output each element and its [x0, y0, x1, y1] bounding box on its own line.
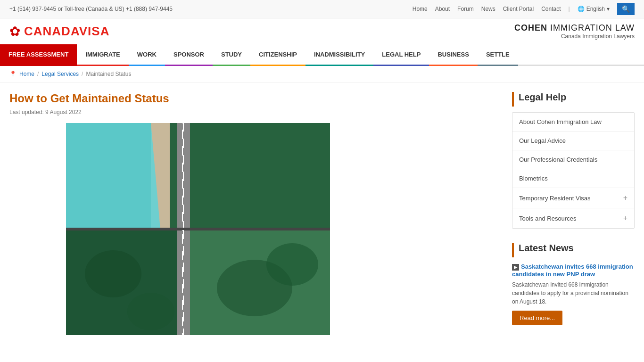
news-excerpt: Saskatchewan invited 668 immigration can… — [512, 280, 635, 306]
logo-visa: VISA — [79, 24, 110, 38]
sidebar-item-legal-advice-label: Our Legal Advice — [519, 137, 566, 144]
nav-citizenship[interactable]: CITIZENSHIP — [250, 44, 305, 66]
top-bar: +1 (514) 937-9445 or Toll-free (Canada &… — [0, 0, 644, 18]
language-selector[interactable]: 🌐 English ▾ — [578, 6, 610, 12]
news-item-1: ▶Saskatchewan invites 668 immigration ca… — [512, 263, 635, 325]
last-updated: Last updated: 9 August 2022 — [9, 109, 501, 115]
chevron-down-icon: ▾ — [607, 6, 610, 12]
cohen-title: COHEN IMMIGRATION LAW — [514, 23, 635, 33]
nav-sponsor[interactable]: SPONSOR — [165, 44, 213, 66]
plus-icon-tools: + — [623, 214, 627, 222]
top-nav: Home About Forum News Client Portal Cont… — [413, 3, 635, 15]
phone-text: +1 (514) 937-9445 or Toll-free (Canada &… — [9, 6, 173, 12]
aerial-image-svg — [66, 123, 330, 335]
page-title: How to Get Maintained Status — [9, 92, 501, 105]
news-headline-text: Saskatchewan invites 668 immigration can… — [512, 263, 633, 278]
main-content: How to Get Maintained Status Last update… — [9, 92, 501, 339]
news-icon: ▶ — [512, 264, 519, 271]
language-label: English — [586, 6, 605, 12]
globe-icon: 🌐 — [578, 6, 585, 12]
phone-info: +1 (514) 937-9445 or Toll-free (Canada &… — [9, 6, 173, 12]
breadcrumb: 📍 Home / Legal Services / Maintained Sta… — [0, 66, 644, 82]
svg-point-16 — [266, 243, 318, 286]
svg-point-15 — [127, 293, 174, 330]
sidebar-item-credentials[interactable]: Our Professional Credentials — [512, 150, 634, 169]
breadcrumb-current: Maintained Status — [86, 71, 131, 77]
svg-point-13 — [85, 250, 141, 297]
sidebar-latest-news: Latest News ▶Saskatchewan invites 668 im… — [512, 243, 635, 325]
article-image — [66, 123, 330, 335]
sidebar-legal-help: Legal Help About Cohen Immigration Law O… — [512, 92, 635, 229]
nav-news[interactable]: News — [481, 6, 495, 12]
search-button[interactable]: 🔍 — [617, 3, 635, 15]
read-more-button[interactable]: Read more... — [512, 311, 562, 325]
svg-rect-1 — [66, 123, 151, 229]
sidebar-item-legal-advice[interactable]: Our Legal Advice — [512, 132, 634, 150]
sidebar-item-biometrics-label: Biometrics — [519, 175, 548, 182]
sidebar-item-about-cohen-label: About Cohen Immigration Law — [519, 118, 602, 125]
site-header: ✿ CANADAVISA COHEN IMMIGRATION LAW Canad… — [0, 18, 644, 44]
location-icon: 📍 — [9, 71, 17, 77]
sidebar-menu: About Cohen Immigration Law Our Legal Ad… — [512, 112, 635, 229]
sidebar-legal-help-title: Legal Help — [512, 92, 635, 107]
maple-leaf-icon: ✿ — [9, 24, 20, 39]
nav-work[interactable]: WORK — [129, 44, 165, 66]
news-headline[interactable]: ▶Saskatchewan invites 668 immigration ca… — [512, 263, 635, 278]
main-navigation: FREE ASSESSMENT IMMIGRATE WORK SPONSOR S… — [0, 44, 644, 66]
nav-free-assessment[interactable]: FREE ASSESSMENT — [0, 44, 77, 66]
breadcrumb-legal-services[interactable]: Legal Services — [41, 71, 79, 77]
divider: | — [569, 6, 570, 12]
plus-icon-temporary-resident: + — [623, 194, 627, 202]
sidebar-item-credentials-label: Our Professional Credentials — [519, 156, 597, 163]
nav-client-portal[interactable]: Client Portal — [503, 6, 534, 12]
nav-contact[interactable]: Contact — [541, 6, 561, 12]
sidebar-item-temporary-resident-label: Temporary Resident Visas — [519, 195, 591, 202]
nav-forum[interactable]: Forum — [457, 6, 474, 12]
sidebar-item-biometrics[interactable]: Biometrics — [512, 169, 634, 188]
sidebar: Legal Help About Cohen Immigration Law O… — [512, 92, 635, 339]
cohen-branding: COHEN IMMIGRATION LAW Canada Immigration… — [514, 23, 635, 40]
cohen-subtitle: Canada Immigration Lawyers — [514, 33, 635, 40]
content-wrapper: How to Get Maintained Status Last update… — [0, 82, 644, 349]
nav-settle[interactable]: SETTLE — [478, 44, 518, 66]
sidebar-item-tools[interactable]: Tools and Resources + — [512, 208, 634, 228]
nav-about[interactable]: About — [435, 6, 450, 12]
nav-legal-help[interactable]: LEGAL HELP — [373, 44, 429, 66]
logo-wordmark: CANADAVISA — [24, 24, 109, 39]
svg-rect-7 — [66, 228, 330, 230]
nav-business[interactable]: BUSINESS — [429, 44, 477, 66]
sidebar-item-temporary-resident[interactable]: Temporary Resident Visas + — [512, 188, 634, 208]
site-logo: ✿ CANADAVISA — [9, 24, 109, 39]
breadcrumb-home[interactable]: Home — [19, 71, 34, 77]
nav-home[interactable]: Home — [413, 6, 428, 12]
breadcrumb-sep-1: / — [37, 71, 39, 77]
sidebar-news-title: Latest News — [512, 243, 635, 257]
nav-inadmissibility[interactable]: INADMISSIBILITY — [305, 44, 373, 66]
svg-rect-4 — [170, 123, 330, 229]
nav-study[interactable]: STUDY — [213, 44, 250, 66]
sidebar-item-tools-label: Tools and Resources — [519, 215, 576, 222]
breadcrumb-sep-2: / — [82, 71, 83, 77]
cohen-bold: COHEN — [514, 23, 547, 33]
sidebar-item-about-cohen[interactable]: About Cohen Immigration Law — [512, 113, 634, 132]
cohen-rest: IMMIGRATION LAW — [547, 23, 635, 33]
nav-immigrate[interactable]: IMMIGRATE — [77, 44, 128, 66]
logo-canada: CANADA — [24, 24, 79, 38]
